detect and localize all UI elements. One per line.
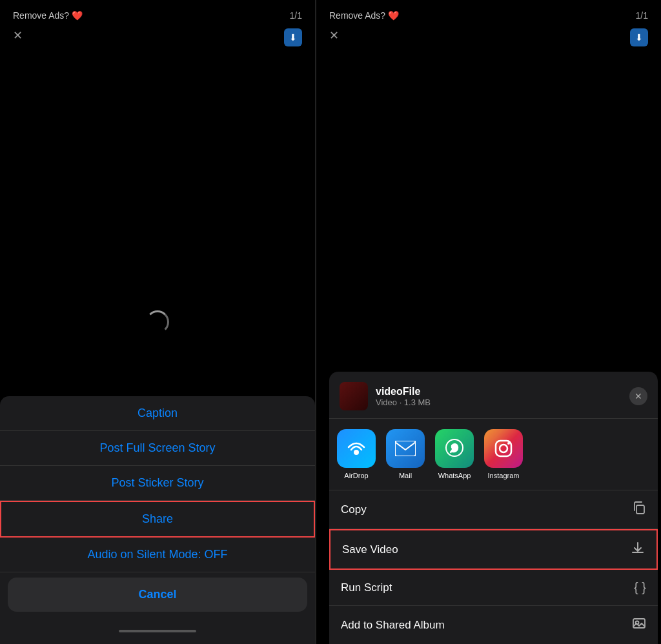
home-bar — [119, 630, 196, 632]
right-counter: 1/1 — [636, 10, 648, 21]
svg-rect-1 — [395, 441, 416, 456]
save-video-label: Save Video — [342, 543, 398, 556]
right-remove-ads[interactable]: Remove Ads? ❤️ — [329, 10, 399, 21]
share-filename: videoFile — [376, 386, 629, 397]
right-top-bar: Remove Ads? ❤️ 1/1 — [316, 0, 661, 31]
left-remove-ads-text: Remove Ads? — [13, 10, 69, 21]
share-sheet: videoFile Video · 1.3 MB ✕ AirDrop — [329, 372, 658, 644]
mail-app-item[interactable]: Mail — [386, 429, 425, 479]
loading-spinner — [146, 310, 169, 334]
share-filesize: Video · 1.3 MB — [376, 397, 629, 407]
left-action-sheet: Caption Post Full Screen Story Post Stic… — [0, 396, 315, 644]
run-script-icon: { } — [634, 580, 646, 595]
post-fullscreen-action[interactable]: Post Full Screen Story — [0, 431, 315, 466]
share-action[interactable]: Share — [0, 501, 315, 538]
share-thumbnail — [340, 382, 368, 410]
instagram-icon — [484, 429, 523, 468]
left-counter: 1/1 — [290, 10, 302, 21]
cancel-button[interactable]: Cancel — [8, 578, 307, 612]
caption-action[interactable]: Caption — [0, 396, 315, 431]
save-video-action[interactable]: Save Video — [329, 529, 658, 570]
svg-point-5 — [500, 445, 507, 452]
right-heart-icon: ❤️ — [388, 10, 399, 21]
add-shared-album-icon — [632, 616, 646, 634]
copy-icon — [632, 501, 646, 518]
copy-label: Copy — [341, 503, 367, 516]
share-file-info: videoFile Video · 1.3 MB — [376, 386, 629, 407]
add-shared-album-action[interactable]: Add to Shared Album — [329, 606, 658, 644]
share-header: videoFile Video · 1.3 MB ✕ — [329, 372, 658, 419]
airdrop-icon — [337, 429, 376, 468]
svg-rect-2 — [395, 441, 416, 456]
whatsapp-app-item[interactable]: WhatsApp — [435, 429, 474, 479]
right-remove-ads-text: Remove Ads? — [329, 10, 385, 21]
instagram-app-item[interactable]: Instagram — [484, 429, 523, 479]
right-panel: Remove Ads? ❤️ 1/1 ✕ ⬇ videoFile Video ·… — [316, 0, 661, 644]
left-top-bar: Remove Ads? ❤️ 1/1 — [0, 0, 315, 31]
svg-rect-7 — [636, 505, 644, 514]
run-script-action[interactable]: Run Script { } — [329, 570, 658, 606]
right-download-button[interactable]: ⬇ — [630, 28, 648, 46]
svg-point-6 — [507, 442, 510, 445]
home-indicator — [0, 619, 315, 639]
copy-action[interactable]: Copy — [329, 490, 658, 529]
share-close-button[interactable]: ✕ — [629, 387, 647, 405]
audio-silent-action[interactable]: Audio on Silent Mode: OFF — [0, 538, 315, 572]
post-sticker-action[interactable]: Post Sticker Story — [0, 466, 315, 501]
svg-point-0 — [354, 450, 359, 455]
left-panel: Remove Ads? ❤️ 1/1 ✕ ⬇ Caption Post Full… — [0, 0, 316, 644]
save-video-icon — [631, 541, 645, 558]
left-heart-icon: ❤️ — [72, 10, 83, 21]
mail-label: Mail — [399, 472, 412, 479]
run-script-label: Run Script — [341, 581, 392, 594]
add-shared-album-label: Add to Shared Album — [341, 619, 445, 632]
airdrop-app-item[interactable]: AirDrop — [337, 429, 376, 479]
whatsapp-icon — [435, 429, 474, 468]
left-remove-ads[interactable]: Remove Ads? ❤️ — [13, 10, 83, 21]
instagram-label: Instagram — [488, 472, 520, 479]
mail-icon — [386, 429, 425, 468]
left-download-button[interactable]: ⬇ — [284, 28, 302, 46]
whatsapp-label: WhatsApp — [438, 472, 471, 479]
thumbnail-inner — [340, 382, 368, 410]
airdrop-label: AirDrop — [344, 472, 368, 479]
left-download-icon: ⬇ — [284, 28, 302, 46]
app-icons-row: AirDrop Mail — [329, 419, 658, 490]
right-download-icon: ⬇ — [630, 28, 648, 46]
